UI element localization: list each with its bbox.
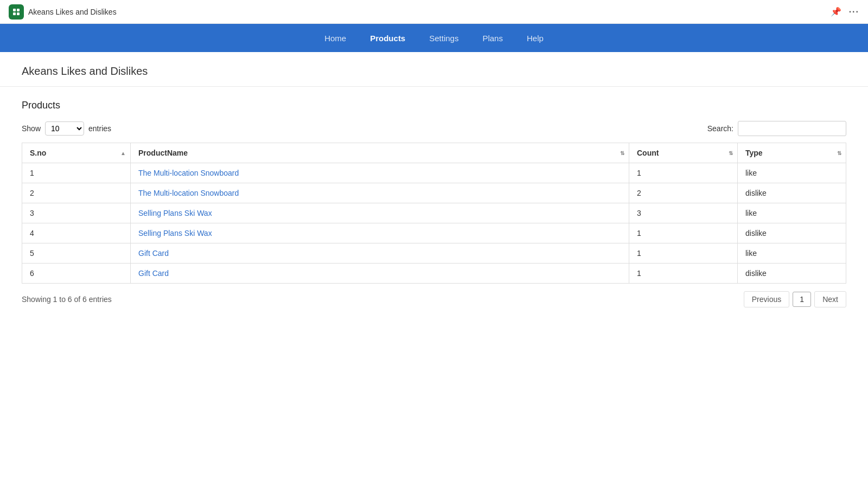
sort-icon-product: ⇅ <box>620 150 624 156</box>
entries-select[interactable]: 10 25 50 100 <box>45 121 84 136</box>
nav-item-products[interactable]: Products <box>367 31 409 45</box>
top-bar-left: Akeans Likes and Dislikes <box>9 4 117 20</box>
col-count[interactable]: Count ⇅ <box>629 143 738 163</box>
page-title: Akeans Likes and Dislikes <box>22 65 846 78</box>
cell-count: 1 <box>629 163 738 183</box>
top-bar: Akeans Likes and Dislikes 📌 ··· <box>0 0 868 24</box>
data-table: S.no ▲ ProductName ⇅ Count ⇅ Type ⇅ 1The… <box>22 143 846 284</box>
table-row: 3Selling Plans Ski Wax3like <box>22 203 846 223</box>
svg-rect-3 <box>17 12 20 15</box>
sort-icon-count: ⇅ <box>729 150 733 156</box>
nav-item-plans[interactable]: Plans <box>479 31 506 45</box>
showing-text: Showing 1 to 6 of 6 entries <box>22 295 112 304</box>
page-header: Akeans Likes and Dislikes <box>0 52 868 87</box>
nav-bar: Home Products Settings Plans Help <box>0 24 868 52</box>
cell-count: 2 <box>629 183 738 203</box>
pagination-area: Showing 1 to 6 of 6 entries Previous 1 N… <box>22 291 846 307</box>
previous-button[interactable]: Previous <box>744 291 789 307</box>
cell-count: 3 <box>629 203 738 223</box>
cell-type: like <box>738 243 846 264</box>
cell-sno: 4 <box>22 223 131 243</box>
cell-type: dislike <box>738 264 846 284</box>
pagination-controls: Previous 1 Next <box>744 291 846 307</box>
col-type[interactable]: Type ⇅ <box>738 143 846 163</box>
cell-sno: 3 <box>22 203 131 223</box>
table-row: 5Gift Card1like <box>22 243 846 264</box>
cell-type: like <box>738 163 846 183</box>
search-label: Search: <box>707 124 733 133</box>
cell-count: 1 <box>629 264 738 284</box>
sort-icon-type: ⇅ <box>837 150 841 156</box>
col-sno[interactable]: S.no ▲ <box>22 143 131 163</box>
cell-count: 1 <box>629 243 738 264</box>
product-link[interactable]: The Multi-location Snowboard <box>138 169 239 177</box>
col-product-name[interactable]: ProductName ⇅ <box>131 143 629 163</box>
app-title: Akeans Likes and Dislikes <box>28 8 117 16</box>
section-title: Products <box>22 100 846 111</box>
product-link[interactable]: Selling Plans Ski Wax <box>138 229 212 237</box>
svg-rect-2 <box>13 12 16 15</box>
product-link[interactable]: Gift Card <box>138 249 169 258</box>
nav-item-settings[interactable]: Settings <box>426 31 462 45</box>
cell-product-name: The Multi-location Snowboard <box>131 183 629 203</box>
cell-type: like <box>738 203 846 223</box>
top-bar-right: 📌 ··· <box>831 7 859 17</box>
cell-type: dislike <box>738 223 846 243</box>
table-row: 1The Multi-location Snowboard1like <box>22 163 846 183</box>
cell-product-name: Selling Plans Ski Wax <box>131 223 629 243</box>
search-input[interactable] <box>738 121 846 136</box>
more-icon[interactable]: ··· <box>849 7 859 17</box>
svg-rect-0 <box>13 9 16 11</box>
table-row: 6Gift Card1dislike <box>22 264 846 284</box>
cell-sno: 6 <box>22 264 131 284</box>
cell-product-name: Gift Card <box>131 264 629 284</box>
product-link[interactable]: Selling Plans Ski Wax <box>138 209 212 217</box>
product-link[interactable]: Gift Card <box>138 269 169 278</box>
cell-sno: 1 <box>22 163 131 183</box>
next-button[interactable]: Next <box>814 291 846 307</box>
entries-label: entries <box>88 124 111 133</box>
nav-item-help[interactable]: Help <box>524 31 547 45</box>
table-body: 1The Multi-location Snowboard1like2The M… <box>22 163 846 284</box>
cell-sno: 2 <box>22 183 131 203</box>
table-row: 2The Multi-location Snowboard2dislike <box>22 183 846 203</box>
content: Products Show 10 25 50 100 entries Searc… <box>0 87 868 320</box>
sort-icon-sno: ▲ <box>120 150 126 156</box>
cell-product-name: The Multi-location Snowboard <box>131 163 629 183</box>
show-entries: Show 10 25 50 100 entries <box>22 121 111 136</box>
app-icon <box>9 4 24 20</box>
cell-product-name: Gift Card <box>131 243 629 264</box>
current-page[interactable]: 1 <box>793 292 811 307</box>
table-row: 4Selling Plans Ski Wax1dislike <box>22 223 846 243</box>
nav-item-home[interactable]: Home <box>321 31 349 45</box>
product-link[interactable]: The Multi-location Snowboard <box>138 189 239 197</box>
pin-icon[interactable]: 📌 <box>831 7 841 17</box>
search-area: Search: <box>707 121 846 136</box>
cell-product-name: Selling Plans Ski Wax <box>131 203 629 223</box>
cell-count: 1 <box>629 223 738 243</box>
table-head: S.no ▲ ProductName ⇅ Count ⇅ Type ⇅ <box>22 143 846 163</box>
table-controls: Show 10 25 50 100 entries Search: <box>22 121 846 136</box>
cell-sno: 5 <box>22 243 131 264</box>
svg-rect-1 <box>17 9 20 11</box>
cell-type: dislike <box>738 183 846 203</box>
show-label: Show <box>22 124 41 133</box>
